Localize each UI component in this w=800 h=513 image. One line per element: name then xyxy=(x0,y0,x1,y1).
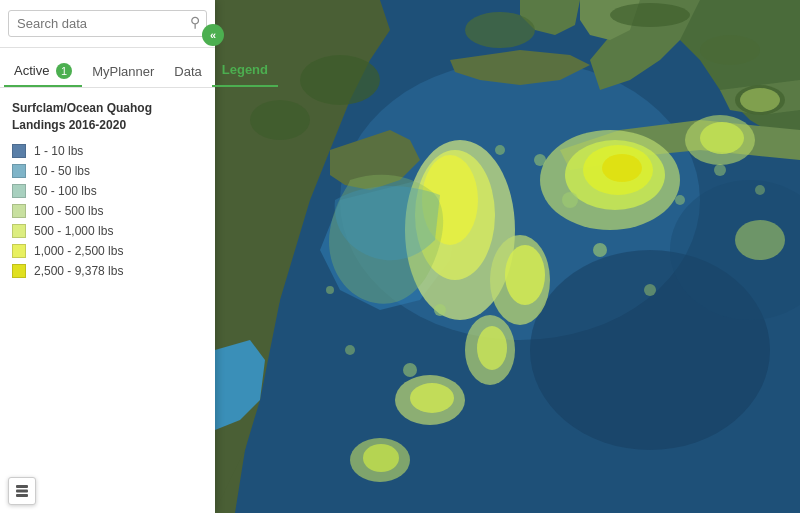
tab-active[interactable]: Active 1 xyxy=(4,55,82,87)
svg-point-6 xyxy=(610,3,690,27)
legend-label-5: 1,000 - 2,500 lbs xyxy=(34,244,123,258)
legend-item-6: 2,500 - 9,378 lbs xyxy=(12,264,203,278)
legend-panel: Surfclam/Ocean Quahog Landings 2016-2020… xyxy=(0,88,215,513)
active-badge: 1 xyxy=(56,63,72,79)
tab-data[interactable]: Data xyxy=(164,56,211,87)
tab-legend[interactable]: Legend xyxy=(212,54,278,87)
legend-title: Surfclam/Ocean Quahog Landings 2016-2020 xyxy=(12,100,203,134)
svg-point-37 xyxy=(326,286,334,294)
search-input[interactable] xyxy=(8,10,207,37)
legend-item-4: 500 - 1,000 lbs xyxy=(12,224,203,238)
legend-swatch-6 xyxy=(12,264,26,278)
legend-label-3: 100 - 500 lbs xyxy=(34,204,103,218)
svg-point-21 xyxy=(477,326,507,370)
layers-icon xyxy=(14,483,30,499)
svg-point-33 xyxy=(755,185,765,195)
svg-point-23 xyxy=(410,383,454,413)
legend-label-0: 1 - 10 lbs xyxy=(34,144,83,158)
svg-point-40 xyxy=(735,220,785,260)
svg-point-4 xyxy=(250,100,310,140)
svg-rect-44 xyxy=(16,494,28,497)
svg-point-3 xyxy=(300,55,380,105)
svg-point-32 xyxy=(714,164,726,176)
svg-point-19 xyxy=(505,245,545,305)
svg-point-25 xyxy=(363,444,399,472)
legend-swatch-5 xyxy=(12,244,26,258)
svg-point-29 xyxy=(593,243,607,257)
legend-swatch-0 xyxy=(12,144,26,158)
svg-point-30 xyxy=(644,284,656,296)
svg-point-28 xyxy=(495,145,505,155)
legend-label-1: 10 - 50 lbs xyxy=(34,164,90,178)
search-bar: ⚲ xyxy=(0,0,215,48)
svg-point-36 xyxy=(345,345,355,355)
svg-rect-42 xyxy=(16,485,28,488)
map-layers-button[interactable] xyxy=(8,477,36,505)
sidebar: ⚲ Active 1 MyPlanner Data Legend Surfcla… xyxy=(0,0,215,513)
legend-label-6: 2,500 - 9,378 lbs xyxy=(34,264,123,278)
legend-swatch-4 xyxy=(12,224,26,238)
tabs-bar: Active 1 MyPlanner Data Legend xyxy=(0,48,215,88)
svg-point-39 xyxy=(700,122,744,154)
svg-point-41 xyxy=(740,88,780,112)
legend-item-2: 50 - 100 lbs xyxy=(12,184,203,198)
legend-item-5: 1,000 - 2,500 lbs xyxy=(12,244,203,258)
legend-swatch-1 xyxy=(12,164,26,178)
collapse-sidebar-button[interactable]: « xyxy=(202,24,224,46)
tab-myplanner[interactable]: MyPlanner xyxy=(82,56,164,87)
legend-item-3: 100 - 500 lbs xyxy=(12,204,203,218)
legend-label-2: 50 - 100 lbs xyxy=(34,184,97,198)
svg-point-34 xyxy=(434,304,446,316)
svg-point-7 xyxy=(700,35,760,65)
svg-point-31 xyxy=(675,195,685,205)
svg-rect-43 xyxy=(16,490,28,493)
legend-swatch-3 xyxy=(12,204,26,218)
legend-swatch-2 xyxy=(12,184,26,198)
svg-point-26 xyxy=(562,192,578,208)
svg-point-17 xyxy=(602,154,642,182)
svg-point-27 xyxy=(534,154,546,166)
svg-point-5 xyxy=(465,12,535,48)
svg-point-35 xyxy=(403,363,417,377)
legend-item-1: 10 - 50 lbs xyxy=(12,164,203,178)
legend-label-4: 500 - 1,000 lbs xyxy=(34,224,113,238)
legend-item-0: 1 - 10 lbs xyxy=(12,144,203,158)
